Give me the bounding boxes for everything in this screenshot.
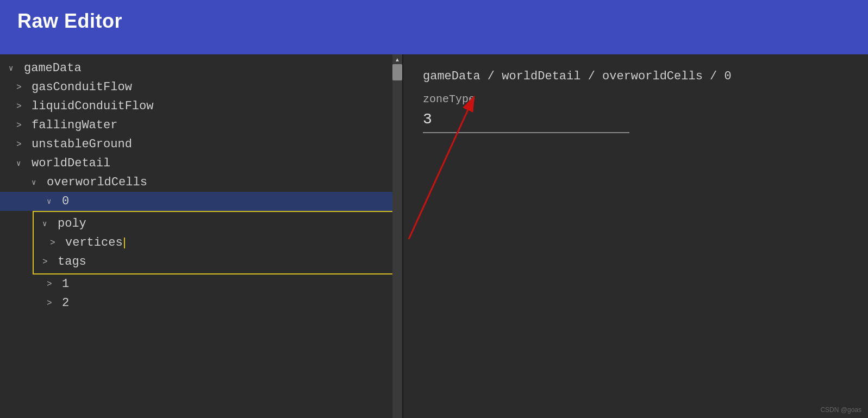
chevron-overworldCells — [32, 178, 43, 187]
tree-item-2[interactable]: 2 — [0, 294, 402, 313]
tree-item-liquidConduitFlow[interactable]: liquidConduitFlow — [0, 97, 402, 116]
tree-item-overworldCells[interactable]: overworldCells — [0, 173, 402, 192]
app-title: Raw Editor — [17, 10, 851, 33]
annotation-arrow — [403, 54, 868, 418]
chevron-unstableGround — [16, 140, 28, 149]
chevron-gasConduitFlow — [16, 83, 28, 92]
tree-label-unstableGround: unstableGround — [32, 138, 132, 151]
tree-content: gameData gasConduitFlow liquidConduitFlo… — [0, 54, 402, 317]
tree-label-0: 0 — [62, 195, 69, 208]
chevron-1 — [47, 279, 59, 289]
tree-label-worldDetail: worldDetail — [32, 157, 110, 170]
chevron-vertices — [50, 238, 62, 248]
chevron-fallingWater — [16, 121, 28, 130]
field-label: zoneType — [423, 93, 848, 105]
scrollbar-track[interactable]: ▲ — [392, 54, 402, 418]
tree-label-1: 1 — [62, 277, 69, 291]
scrollbar-arrow-up[interactable]: ▲ — [392, 54, 402, 64]
chevron-0 — [47, 197, 59, 206]
chevron-gameData — [9, 64, 21, 73]
tree-panel: ▲ gameData gasConduitFlow liquidConduitF… — [0, 54, 402, 418]
tree-label-tags: tags — [58, 255, 86, 269]
tree-label-liquidConduitFlow: liquidConduitFlow — [32, 99, 153, 113]
chevron-worldDetail — [16, 159, 28, 168]
tree-item-tags[interactable]: tags — [34, 252, 396, 271]
chevron-tags — [42, 257, 54, 267]
tree-item-0[interactable]: 0 — [0, 192, 402, 211]
tree-label-gasConduitFlow: gasConduitFlow — [32, 80, 132, 94]
watermark: CSDN @goas — [820, 406, 861, 414]
chevron-poly — [42, 219, 54, 228]
text-cursor — [124, 238, 125, 248]
tree-label-vertices: vertices — [65, 236, 123, 249]
tree-item-gasConduitFlow[interactable]: gasConduitFlow — [0, 78, 402, 97]
field-underline — [423, 132, 629, 133]
breadcrumb: gameData / worldDetail / overworldCells … — [423, 70, 848, 83]
chevron-liquidConduitFlow — [16, 102, 28, 111]
tree-label-fallingWater: fallingWater — [32, 118, 117, 132]
field-value[interactable]: 3 — [423, 111, 848, 128]
tree-label-gameData: gameData — [24, 61, 82, 75]
tree-item-poly[interactable]: poly — [34, 214, 396, 233]
tree-label-poly: poly — [58, 217, 86, 230]
tree-item-gameData[interactable]: gameData — [0, 59, 402, 78]
tree-item-vertices[interactable]: vertices — [34, 233, 396, 252]
tree-label-2: 2 — [62, 296, 69, 310]
scrollbar-thumb[interactable] — [392, 64, 402, 80]
tree-item-worldDetail[interactable]: worldDetail — [0, 154, 402, 173]
tree-item-1[interactable]: 1 — [0, 274, 402, 294]
tree-item-fallingWater[interactable]: fallingWater — [0, 116, 402, 135]
yellow-box-container: poly vertices tags — [33, 211, 397, 274]
chevron-2 — [47, 298, 59, 308]
header: Raw Editor — [0, 0, 868, 54]
tree-item-unstableGround[interactable]: unstableGround — [0, 135, 402, 154]
main-layout: ▲ gameData gasConduitFlow liquidConduitF… — [0, 54, 868, 418]
right-panel: gameData / worldDetail / overworldCells … — [403, 54, 868, 418]
tree-label-overworldCells: overworldCells — [47, 176, 147, 189]
